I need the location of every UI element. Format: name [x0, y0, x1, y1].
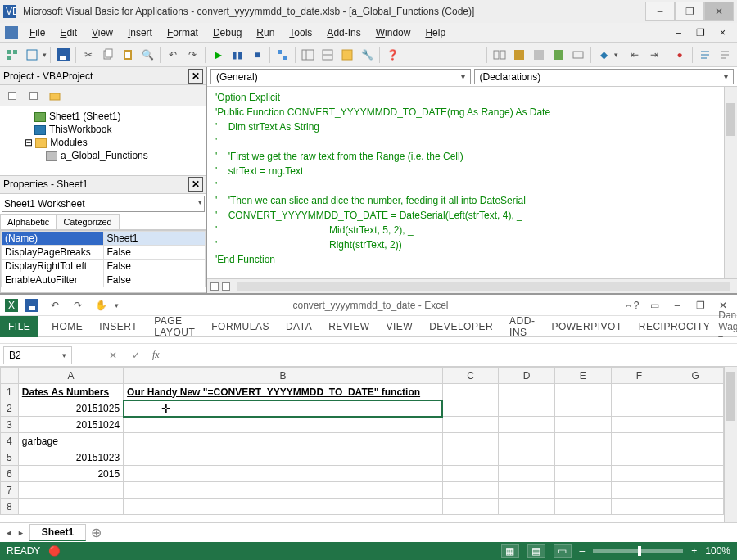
touch-mode-icon[interactable]: ↔?	[622, 296, 640, 314]
macro-record-icon[interactable]: 🔴	[48, 545, 61, 557]
cell[interactable]	[124, 449, 443, 466]
column-header[interactable]: G	[667, 368, 724, 384]
cell[interactable]	[611, 417, 667, 433]
menu-add-ins[interactable]: Add-Ins	[320, 25, 367, 40]
tab-categorized[interactable]: Categorized	[56, 214, 119, 229]
tb-proj-icon[interactable]	[491, 46, 509, 64]
zoom-in-button[interactable]: +	[691, 545, 697, 557]
comment-icon[interactable]	[696, 46, 714, 64]
menu-window[interactable]: Window	[369, 25, 418, 40]
cell[interactable]: 20151025	[18, 400, 123, 417]
page-break-view-icon[interactable]: ▭	[554, 544, 572, 558]
tab-formulas[interactable]: FORMULAS	[203, 316, 278, 337]
tab-file[interactable]: FILE	[0, 316, 38, 337]
cell[interactable]	[499, 499, 555, 515]
cell[interactable]	[124, 499, 443, 515]
tab-developer[interactable]: DEVELOPER	[421, 316, 501, 337]
properties-pane-close-icon[interactable]: ✕	[188, 177, 203, 192]
maximize-button[interactable]: ❐	[675, 2, 704, 21]
cell[interactable]	[499, 449, 555, 466]
cell[interactable]	[667, 400, 724, 417]
cell[interactable]: 2015	[18, 466, 123, 482]
row-header[interactable]: 5	[1, 449, 19, 466]
save-icon[interactable]	[54, 46, 72, 64]
cell[interactable]	[442, 400, 499, 417]
page-layout-view-icon[interactable]: ▤	[527, 544, 545, 558]
row-header[interactable]: 7	[1, 482, 19, 499]
tb-module-icon[interactable]	[530, 46, 548, 64]
cell[interactable]	[611, 384, 667, 400]
add-sheet-button[interactable]: ⊕	[91, 525, 102, 540]
menu-view[interactable]: View	[85, 25, 120, 40]
cell[interactable]	[555, 466, 612, 482]
code-editor[interactable]: 'Option Explicit'Public Function CONVERT…	[207, 87, 724, 278]
copy-icon[interactable]	[99, 46, 117, 64]
redo-icon[interactable]: ↷	[183, 46, 201, 64]
property-row[interactable]: DisplayPageBreaksFalse	[2, 245, 206, 259]
object-browser-icon[interactable]	[338, 46, 356, 64]
tab-page-layout[interactable]: PAGE LAYOUT	[146, 316, 203, 337]
inner-minimize-button[interactable]: –	[669, 25, 688, 40]
sheet-nav-prev-icon[interactable]: ◄	[5, 529, 12, 537]
code-procedure-dropdown[interactable]: (Declarations)▾	[474, 69, 735, 84]
tab-reciprocity[interactable]: RECIPROCITY	[631, 316, 719, 337]
row-header[interactable]: 2	[1, 400, 19, 417]
normal-view-icon[interactable]: ▦	[501, 544, 519, 558]
qat-touch-icon[interactable]: ✋	[92, 296, 110, 314]
cell[interactable]	[442, 433, 499, 449]
cell[interactable]	[611, 400, 667, 417]
project-explorer-icon[interactable]	[299, 46, 317, 64]
cell[interactable]	[124, 482, 443, 499]
find-icon[interactable]: 🔍	[138, 46, 156, 64]
sheet-tab[interactable]: Sheet1	[29, 524, 86, 541]
cell[interactable]	[499, 482, 555, 499]
cell[interactable]	[611, 466, 667, 482]
row-header[interactable]: 4	[1, 433, 19, 449]
cell[interactable]	[499, 466, 555, 482]
cell[interactable]	[611, 482, 667, 499]
column-header[interactable]: C	[442, 368, 499, 384]
cut-icon[interactable]: ✂	[79, 46, 97, 64]
cell[interactable]	[499, 417, 555, 433]
tb-form-icon[interactable]	[510, 46, 528, 64]
cell[interactable]: 20151023	[18, 449, 123, 466]
tab-home[interactable]: HOME	[43, 316, 91, 337]
reset-icon[interactable]: ■	[248, 46, 266, 64]
cell[interactable]	[442, 482, 499, 499]
cell[interactable]	[124, 433, 443, 449]
cell[interactable]	[442, 466, 499, 482]
full-module-view-icon[interactable]	[222, 282, 230, 291]
project-pane-close-icon[interactable]: ✕	[188, 69, 203, 84]
cell[interactable]	[124, 417, 443, 433]
view-code-icon[interactable]	[3, 87, 21, 105]
help-icon[interactable]: ❓	[383, 46, 401, 64]
cell[interactable]	[667, 384, 724, 400]
row-header[interactable]: 8	[1, 499, 19, 515]
cell[interactable]	[611, 499, 667, 515]
inner-restore-button[interactable]: ❐	[690, 25, 712, 40]
tab-view[interactable]: VIEW	[378, 316, 422, 337]
name-box[interactable]: B2▾	[3, 346, 72, 364]
cell[interactable]	[667, 466, 724, 482]
ribbon-display-icon[interactable]: ▭	[645, 296, 663, 314]
tab-powerpivot[interactable]: POWERPIVOT	[543, 316, 630, 337]
cell[interactable]	[555, 499, 612, 515]
run-icon[interactable]: ▶	[209, 46, 227, 64]
menu-debug[interactable]: Debug	[206, 25, 248, 40]
cell[interactable]: garbage	[18, 433, 123, 449]
procedure-view-icon[interactable]	[210, 282, 219, 291]
zoom-level[interactable]: 100%	[705, 545, 730, 557]
cell[interactable]	[667, 482, 724, 499]
properties-grid[interactable]: (Name)Sheet1DisplayPageBreaksFalseDispla…	[0, 230, 206, 294]
toolbox-icon[interactable]: 🔧	[358, 46, 376, 64]
cell[interactable]	[667, 499, 724, 515]
cell[interactable]	[611, 433, 667, 449]
cell[interactable]	[499, 384, 555, 400]
tab-alphabetic[interactable]: Alphabetic	[0, 214, 57, 229]
enter-formula-icon[interactable]: ✓	[124, 346, 147, 364]
tree-node[interactable]: ⊟ Modules	[2, 136, 205, 149]
row-header[interactable]: 3	[1, 417, 19, 433]
cell[interactable]	[555, 400, 612, 417]
column-header[interactable]: E	[555, 368, 612, 384]
row-header[interactable]: 6	[1, 466, 19, 482]
